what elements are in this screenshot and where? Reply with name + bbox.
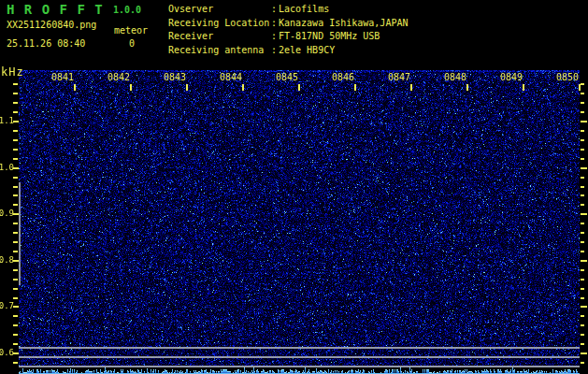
info-label: Receiving antenna [168, 45, 271, 55]
meteor-count: 0 [129, 38, 135, 49]
freq-tick-right [581, 306, 587, 308]
freq-tick-right [581, 149, 584, 151]
info-colon: : [271, 18, 279, 28]
freq-tick [13, 343, 18, 345]
info-label: Receiving Location [168, 18, 271, 28]
freq-tick [13, 102, 18, 104]
freq-tick-right [581, 223, 584, 224]
freq-tick-right [581, 204, 584, 206]
freq-tick-right [581, 288, 584, 290]
freq-tick-label: 0.8 [0, 255, 14, 265]
time-tick [523, 84, 524, 91]
freq-tick-right [581, 279, 584, 280]
time-tick [298, 84, 300, 91]
freq-tick [13, 149, 18, 151]
info-colon: : [271, 45, 279, 55]
mode-label: meteor [114, 25, 148, 36]
station-info: Ovserver:LacofilmsReceiving Location:Kan… [168, 4, 408, 59]
capture-datetime: 25.11.26 08:40 [7, 38, 85, 49]
freq-tick-right [581, 324, 584, 326]
freq-tick-right [581, 177, 584, 179]
time-tick [130, 84, 132, 91]
freq-tick-right [581, 251, 584, 252]
freq-tick-right [581, 362, 584, 364]
hrofft-screen: H R O F F T 1.0.0 XX2511260840.png meteo… [0, 0, 588, 374]
info-row: Ovserver:Lacofilms [168, 4, 408, 18]
time-tick-label: 0846 [329, 72, 357, 82]
freq-tick [13, 324, 18, 326]
freq-unit-label: kHz [1, 65, 24, 79]
freq-tick [13, 269, 18, 271]
freq-tick-right [581, 260, 587, 262]
freq-tick-label: 0.7 [0, 301, 14, 310]
freq-tick [13, 158, 18, 160]
freq-tick [13, 251, 18, 252]
freq-tick [13, 334, 18, 336]
freq-tick [13, 232, 18, 234]
time-tick-label: 0842 [105, 72, 133, 82]
freq-tick-label: 0.6 [0, 348, 14, 357]
freq-tick-right [581, 194, 584, 196]
freq-tick-right [581, 102, 584, 104]
time-tick-label: 0845 [273, 72, 301, 82]
freq-tick-right [581, 158, 584, 160]
freq-tick [13, 194, 18, 196]
freq-tick-right [581, 167, 587, 169]
freq-tick-right [581, 334, 584, 336]
freq-tick [13, 111, 18, 113]
time-tick-label: 0848 [441, 72, 469, 82]
capture-filename: XX2511260840.png [7, 20, 96, 30]
freq-tick-right [581, 232, 584, 234]
freq-tick-right [581, 130, 584, 132]
freq-tick [13, 130, 18, 132]
info-row: Receiving Location:Kanazawa Ishikawa,JAP… [168, 18, 408, 32]
info-label: Ovserver [168, 4, 271, 14]
freq-tick [13, 288, 18, 290]
freq-tick [13, 241, 18, 243]
spectrogram-canvas [19, 70, 580, 374]
freq-tick-right [581, 121, 587, 122]
freq-tick-right [581, 269, 584, 271]
info-colon: : [271, 31, 279, 41]
info-colon: : [271, 4, 279, 14]
freq-tick-right [581, 213, 587, 215]
time-tick [466, 84, 468, 91]
freq-tick [13, 139, 18, 141]
time-tick [186, 84, 188, 91]
freq-tick-label: 0.9 [0, 209, 14, 218]
freq-tick-right [581, 83, 584, 85]
freq-tick [13, 83, 18, 85]
info-value: 2ele HB9CY [279, 45, 335, 55]
plot-left-border-line [19, 182, 21, 285]
time-tick [354, 84, 356, 91]
app-title: H R O F F T [7, 2, 104, 17]
carrier-line [19, 356, 580, 358]
freq-tick-right [581, 111, 584, 113]
freq-tick-right [581, 241, 584, 243]
freq-tick [13, 315, 18, 317]
freq-tick-label: 1.1 [0, 116, 14, 125]
info-value: Lacofilms [279, 4, 329, 14]
info-value: Kanazawa Ishikawa,JAPAN [279, 18, 408, 28]
freq-tick [13, 186, 18, 188]
freq-tick [13, 297, 18, 299]
freq-tick [13, 93, 18, 94]
time-tick-label: 0841 [49, 72, 77, 82]
time-tick-label: 0843 [161, 72, 189, 82]
freq-tick-right [581, 352, 587, 354]
time-tick-label: 0844 [217, 72, 245, 82]
freq-tick [13, 177, 18, 179]
freq-tick-right [581, 315, 584, 317]
freq-tick [13, 362, 18, 364]
freq-tick-label: 1.0 [0, 163, 14, 172]
time-tick-label: 0850 [553, 72, 581, 82]
info-row: Receiving antenna:2ele HB9CY [168, 45, 408, 59]
time-tick-label: 0847 [385, 72, 413, 82]
carrier-line [19, 366, 580, 367]
time-tick [74, 84, 76, 91]
carrier-line [19, 347, 580, 349]
freq-tick [13, 223, 18, 224]
time-tick [242, 84, 244, 91]
freq-tick-right [581, 93, 584, 94]
freq-tick-right [581, 186, 584, 188]
